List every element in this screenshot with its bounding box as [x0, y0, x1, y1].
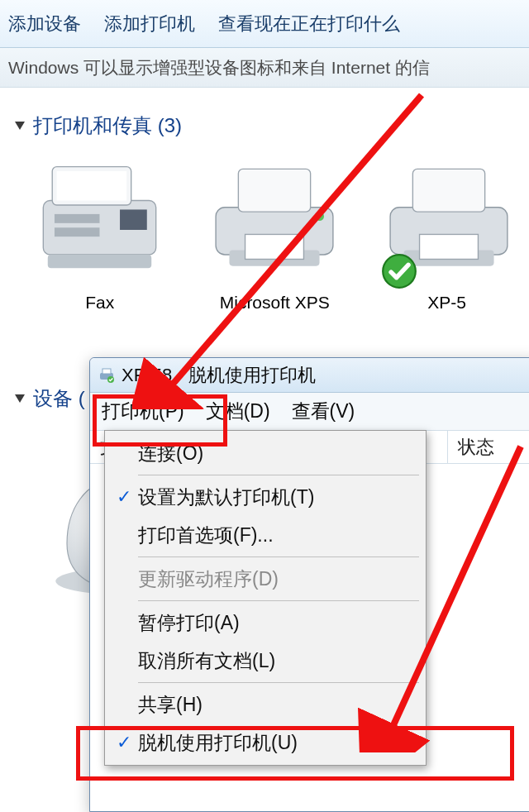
- printer-menu-dropdown: 连接(O) ✓设置为默认打印机(T) 打印首选项(F)... 更新驱动程序(D)…: [104, 430, 427, 766]
- menu-connect[interactable]: 连接(O): [107, 434, 424, 472]
- menu-use-offline[interactable]: ✓脱机使用打印机(U): [107, 724, 424, 762]
- svg-rect-3: [48, 255, 151, 268]
- device-ms-xps[interactable]: Microsoft XPS: [200, 147, 350, 313]
- printer-icon: [200, 147, 349, 288]
- printer-icon: [374, 147, 523, 288]
- section-title: 设备 (: [33, 385, 85, 412]
- check-icon: ✓: [110, 732, 138, 753]
- svg-rect-4: [120, 209, 147, 230]
- svg-rect-6: [55, 227, 100, 236]
- view-printing-button[interactable]: 查看现在正在打印什么: [218, 12, 400, 36]
- menu-pause[interactable]: 暂停打印(A): [107, 604, 424, 642]
- device-label: Microsoft XPS: [200, 293, 350, 313]
- menu-preferences[interactable]: 打印首选项(F)...: [107, 516, 424, 554]
- menu-set-default[interactable]: ✓设置为默认打印机(T): [107, 478, 424, 516]
- printer-small-icon: [98, 367, 115, 384]
- device-label: Fax: [25, 293, 175, 313]
- menu-view[interactable]: 查看(V): [292, 399, 355, 424]
- menu-update-driver: 更新驱动程序(D): [107, 560, 424, 598]
- toolbar: 添加设备 添加打印机 查看现在正在打印什么: [0, 0, 529, 48]
- menu-cancel-all[interactable]: 取消所有文档(L): [107, 642, 424, 680]
- svg-point-11: [315, 212, 324, 221]
- fax-icon: [26, 147, 174, 288]
- svg-rect-5: [55, 214, 100, 223]
- svg-rect-10: [245, 234, 304, 259]
- add-printer-button[interactable]: 添加打印机: [104, 12, 195, 36]
- svg-rect-15: [420, 234, 479, 259]
- device-fax[interactable]: Fax: [25, 147, 175, 313]
- checkmark-badge-icon: [381, 253, 417, 289]
- col-status[interactable]: 状态: [448, 435, 529, 460]
- info-bar: Windows 可以显示增强型设备图标和来自 Internet 的信: [0, 48, 529, 88]
- check-icon: ✓: [110, 486, 138, 508]
- svg-rect-19: [102, 369, 111, 374]
- svg-rect-13: [412, 169, 484, 212]
- info-text: Windows 可以显示增强型设备图标和来自 Internet 的信: [8, 56, 430, 79]
- device-xp58[interactable]: XP-5: [374, 147, 519, 313]
- section-printers-header[interactable]: 打印机和传真 (3): [15, 112, 519, 139]
- add-device-button[interactable]: 添加设备: [8, 12, 81, 36]
- section-title: 打印机和传真 (3): [33, 112, 182, 139]
- caret-down-icon: [15, 122, 25, 130]
- menu-printer[interactable]: 打印机(P): [102, 399, 184, 424]
- caret-down-icon: [15, 394, 25, 403]
- window-menu-bar: 打印机(P) 文档(D) 查看(V): [90, 393, 529, 431]
- window-title-bar[interactable]: XP-58 - 脱机使用打印机: [90, 358, 529, 393]
- svg-point-16: [383, 255, 416, 288]
- svg-rect-8: [239, 169, 311, 212]
- menu-share[interactable]: 共享(H): [107, 685, 424, 724]
- window-title: XP-58 - 脱机使用打印机: [122, 363, 316, 388]
- svg-rect-2: [57, 171, 127, 200]
- device-label: XP-5: [374, 293, 519, 313]
- menu-document[interactable]: 文档(D): [206, 399, 270, 424]
